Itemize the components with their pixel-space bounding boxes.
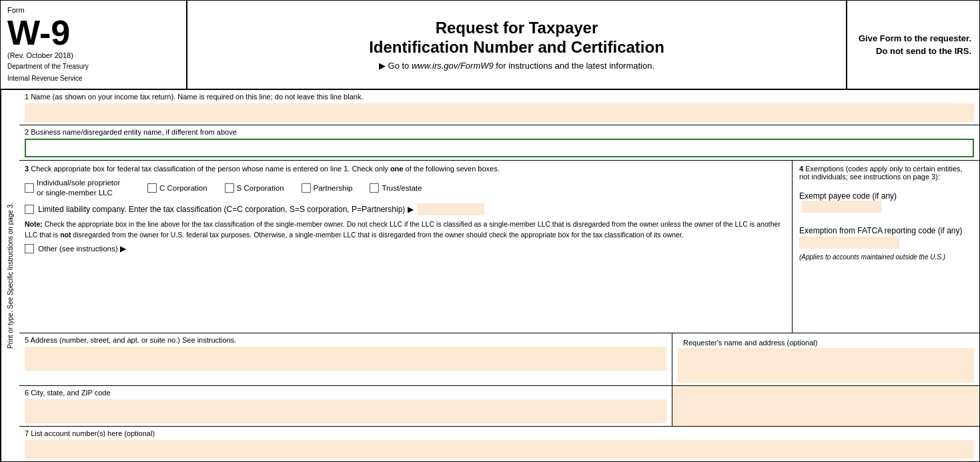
checkbox-s-corp-box[interactable] (225, 183, 234, 193)
checkbox-trust-label: Trust/estate (382, 184, 422, 192)
section-6-left: 6 City, state, and ZIP code (19, 386, 672, 426)
field2-section: 2 Business name/disregarded entity name,… (19, 125, 979, 161)
llc-label: Limited liability company. Enter the tax… (38, 205, 414, 214)
checkbox-partnership[interactable]: Partnership (302, 183, 353, 193)
section4-title: 4 Exemptions (codes apply only to certai… (799, 165, 973, 181)
checkbox-trust[interactable]: Trust/estate (370, 183, 422, 193)
checkbox-trust-box[interactable] (370, 183, 379, 193)
dept-line1: Department of the Treasury (7, 62, 179, 71)
field1-section: 1 Name (as shown on your income tax retu… (19, 90, 979, 125)
exempt-payee-label: Exempt payee code (if any) (799, 191, 897, 201)
w9-form: Form W-9 (Rev. October 2018) Department … (0, 0, 980, 462)
checkbox-individual[interactable]: Individual/sole proprietor or single-mem… (25, 178, 123, 198)
other-label: Other (see instructions) ▶ (38, 244, 126, 253)
requester-address-lower[interactable] (672, 386, 979, 426)
main-title-line2: Identification Number and Certification (201, 38, 833, 57)
requester-address-input[interactable] (678, 348, 974, 383)
field2-input[interactable] (25, 139, 974, 157)
section-7: 7 List account number(s) here (optional) (19, 427, 979, 461)
checkbox-s-corp[interactable]: S Corporation (225, 183, 284, 193)
form-header: Form W-9 (Rev. October 2018) Department … (1, 1, 979, 90)
section-4: 4 Exemptions (codes apply only to certai… (793, 161, 979, 333)
checkbox-individual-box[interactable] (25, 183, 34, 193)
checkbox-s-corp-label: S Corporation (237, 184, 284, 192)
field1-input[interactable] (25, 103, 974, 122)
checkbox-c-corp[interactable]: C Corporation (147, 183, 207, 193)
section-5-left: 5 Address (number, street, and apt. or s… (19, 333, 672, 385)
field6-input[interactable] (25, 399, 666, 423)
checkbox-partnership-box[interactable] (302, 183, 311, 193)
section3-label: 3 (25, 165, 31, 173)
note-bold-label: Note: (25, 220, 43, 228)
section5-label: 5 Address (number, street, and apt. or s… (19, 333, 672, 345)
main-title-line1: Request for Taxpayer (201, 19, 833, 38)
requester-label: Requester's name and address (optional) (678, 336, 974, 348)
other-row: Other (see instructions) ▶ (25, 244, 787, 253)
checkbox-c-corp-label: C Corporation (159, 184, 207, 192)
fatca-row: Exemption from FATCA reporting code (if … (799, 226, 973, 251)
header-center: Request for Taxpayer Identification Numb… (187, 1, 846, 89)
header-right: Give Form to the requester. Do not send … (846, 1, 979, 89)
exempt-payee-row: Exempt payee code (if any) (799, 191, 973, 213)
header-left: Form W-9 (Rev. October 2018) Department … (1, 1, 187, 89)
llc-row: Limited liability company. Enter the tax… (25, 203, 787, 215)
fatca-label: Exemption from FATCA reporting code (if … (799, 226, 973, 235)
checkbox-partnership-label: Partnership (314, 184, 353, 192)
field7-input[interactable] (25, 440, 974, 459)
checkbox-llc-box[interactable] (25, 205, 34, 214)
llc-classification-input[interactable] (418, 203, 484, 215)
field2-label: 2 Business name/disregarded entity name,… (19, 125, 979, 137)
exempt-payee-input[interactable] (802, 201, 882, 213)
section-3: 3 Check appropriate box for federal tax … (19, 161, 793, 333)
section4-desc: Exemptions (codes apply only to certain … (799, 165, 963, 181)
goto-text: ▶ Go to www.irs.gov/FormW9 for instructi… (201, 61, 833, 71)
checkbox-individual-label: Individual/sole proprietor or single-mem… (37, 178, 123, 198)
give-form-text: Give Form to the requester. Do not send … (855, 32, 971, 58)
side-label: Print or type. See Specific Instructions… (1, 90, 19, 461)
form-body: Print or type. See Specific Instructions… (1, 90, 979, 461)
section-5-req: 5 Address (number, street, and apt. or s… (19, 333, 979, 386)
checkboxes-row1: Individual/sole proprietor or single-mem… (25, 178, 787, 198)
section-6: 6 City, state, and ZIP code (19, 386, 979, 427)
rev-date: (Rev. October 2018) (7, 51, 179, 59)
requester-section: Requester's name and address (optional) (672, 333, 979, 385)
section4-label: 4 (799, 165, 803, 173)
fatca-italic-note: (Applies to accounts maintained outside … (799, 253, 973, 261)
form-number: W-9 (7, 15, 179, 50)
section-3-4: 3 Check appropriate box for federal tax … (19, 161, 979, 333)
section3-desc: Check appropriate box for federal tax cl… (31, 165, 500, 173)
section7-label: 7 List account number(s) here (optional) (19, 427, 979, 439)
checkbox-other-box[interactable] (25, 244, 34, 253)
note-text: Note: Check the appropriate box in the l… (25, 219, 787, 241)
field5-input[interactable] (25, 347, 666, 371)
dept-line2: Internal Revenue Service (7, 74, 179, 83)
main-content: 1 Name (as shown on your income tax retu… (19, 90, 979, 461)
checkbox-c-corp-box[interactable] (147, 183, 157, 193)
section3-title: 3 Check appropriate box for federal tax … (25, 165, 787, 173)
field1-label: 1 Name (as shown on your income tax retu… (19, 90, 979, 102)
note-content: Check the appropriate box in the line ab… (25, 220, 781, 239)
section-6-inner: 6 City, state, and ZIP code (19, 386, 979, 426)
fatca-input[interactable] (799, 237, 899, 249)
section6-label: 6 City, state, and ZIP code (19, 386, 672, 398)
